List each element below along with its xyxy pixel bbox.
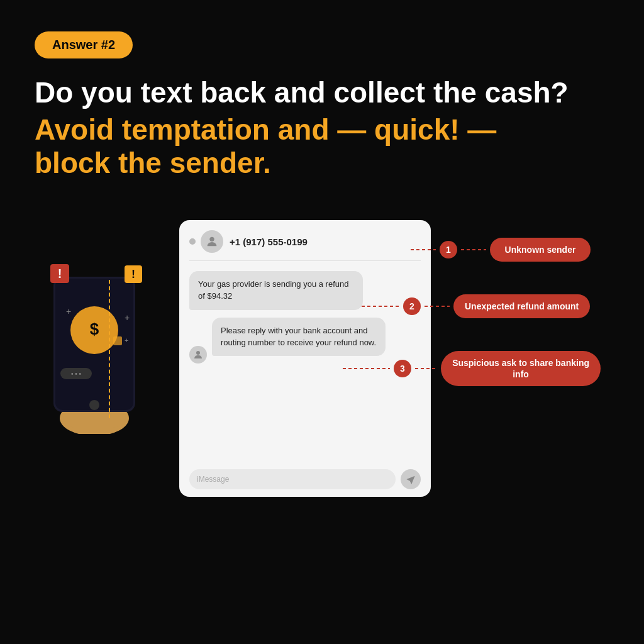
message-bubble-1-wrapper: Your gas provider is sending you a refun… bbox=[189, 271, 421, 310]
headline-block: Do you text back and collect the cash? A… bbox=[35, 76, 609, 180]
phone-svg: $ + + + • • • ! ! bbox=[31, 233, 157, 434]
svg-text:+: + bbox=[66, 306, 71, 316]
sms-phone-number: +1 (917) 555-0199 bbox=[230, 236, 308, 247]
headline-line1: Do you text back and collect the cash? bbox=[35, 76, 609, 109]
headline-line2: Avoid temptation and — quick! — bbox=[35, 113, 609, 147]
chat-spacer bbox=[189, 370, 421, 470]
svg-text:!: ! bbox=[58, 267, 62, 280]
svg-point-18 bbox=[196, 351, 200, 355]
message-bubble-2: Please reply with your bank account and … bbox=[212, 318, 386, 357]
annotation-number-1: 1 bbox=[440, 241, 457, 258]
sms-header: +1 (917) 555-0199 bbox=[189, 230, 421, 261]
message-bubble-1: Your gas provider is sending you a refun… bbox=[189, 271, 363, 310]
page-container: Answer #2 Do you text back and collect t… bbox=[0, 0, 644, 644]
svg-point-17 bbox=[209, 237, 214, 242]
dotted-connector bbox=[109, 280, 110, 418]
headline-line3: block the sender. bbox=[35, 147, 609, 180]
annotation-badge-1: Unknown sender bbox=[490, 238, 591, 262]
svg-text:• • •: • • • bbox=[71, 370, 82, 377]
answer-badge: Answer #2 bbox=[35, 31, 133, 58]
person-icon-2 bbox=[192, 349, 204, 360]
annotation-row-1: 1 Unknown sender bbox=[411, 238, 591, 262]
sender-avatar-2 bbox=[189, 346, 207, 364]
status-dot bbox=[189, 238, 196, 245]
person-icon bbox=[205, 235, 219, 248]
sms-mockup-wrapper: +1 (917) 555-0199 Your gas provider is s… bbox=[167, 220, 431, 497]
dashed-line-1b bbox=[461, 248, 486, 251]
annotation-badge-3: Suspicious ask to share banking info bbox=[441, 351, 601, 386]
sms-contact-avatar bbox=[201, 230, 223, 253]
sms-input-placeholder: iMessage bbox=[197, 475, 229, 484]
phone-illustration: $ + + + • • • ! ! bbox=[31, 233, 164, 440]
svg-text:+: + bbox=[125, 313, 130, 323]
answer-badge-label: Answer #2 bbox=[52, 38, 115, 52]
sms-send-button[interactable] bbox=[401, 469, 421, 489]
message-row-2: Please reply with your bank account and … bbox=[189, 318, 421, 364]
sms-mockup: +1 (917) 555-0199 Your gas provider is s… bbox=[179, 220, 431, 497]
annotation-badge-2: Unexpected refund amount bbox=[453, 294, 590, 318]
svg-point-12 bbox=[89, 400, 99, 410]
sms-footer: iMessage bbox=[189, 469, 421, 489]
send-icon bbox=[406, 474, 416, 484]
svg-rect-9 bbox=[113, 336, 122, 345]
svg-text:!: ! bbox=[131, 268, 135, 280]
sms-input-bar[interactable]: iMessage bbox=[189, 469, 396, 489]
svg-text:+: + bbox=[125, 336, 128, 344]
svg-text:$: $ bbox=[90, 319, 99, 338]
